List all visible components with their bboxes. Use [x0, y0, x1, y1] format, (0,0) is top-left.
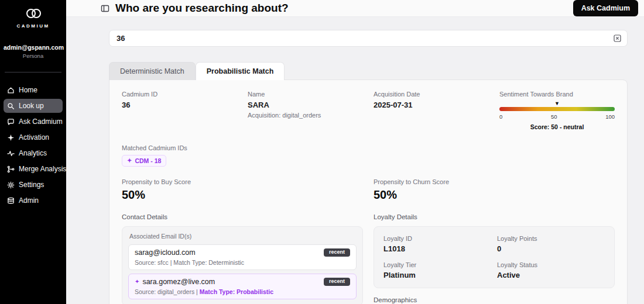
- home-icon: [7, 87, 15, 94]
- emails-card: Associated Email ID(s) sarag@icloud.com …: [122, 226, 363, 304]
- field-label: Propensity to Buy Score: [122, 178, 363, 185]
- field-value: SARA: [248, 101, 363, 109]
- sidebar-toggle-icon[interactable]: [101, 4, 109, 13]
- field-value: 2025-07-31: [374, 101, 489, 109]
- profile-panel: Cadmium ID 36 Name SARA Acquisition: dig…: [109, 80, 628, 304]
- field-label: Name: [248, 91, 363, 98]
- sparkle-icon: [7, 134, 15, 141]
- field-label: Loyalty Status: [497, 261, 605, 268]
- matched-ids-block: Matched Cadmium IDs ✦ CDM - 18: [122, 144, 615, 167]
- field-value: L1018: [383, 244, 491, 253]
- sparkle-icon: ✦: [127, 157, 132, 164]
- profile-summary-row: Cadmium ID 36 Name SARA Acquisition: dig…: [122, 91, 615, 130]
- field-label: Loyalty Points: [497, 235, 605, 242]
- details-row: Contact Details Associated Email ID(s) s…: [122, 213, 615, 304]
- sidebar-item-lookup[interactable]: Look up: [4, 99, 63, 113]
- field-value: Platinum: [383, 271, 491, 279]
- sidebar-item-admin[interactable]: Admin: [4, 194, 63, 208]
- recent-badge: recent: [324, 278, 350, 286]
- demographics-section: Demographics Age 36 Gender F: [374, 296, 615, 304]
- email-address: sara.gomez@live.com: [142, 278, 215, 286]
- scale-min: 0: [499, 113, 502, 120]
- contact-details-title: Contact Details: [122, 213, 363, 220]
- recent-badge: recent: [324, 248, 350, 257]
- propensity-row: Propensity to Buy Score 50% Propensity t…: [122, 178, 615, 202]
- email-row-probabilistic: ✦ sara.gomez@live.com recent Source: dig…: [128, 274, 357, 299]
- sidebar-item-analytics[interactable]: Analytics: [4, 146, 63, 160]
- clear-input-icon[interactable]: [613, 34, 622, 43]
- sidebar-item-label: Settings: [19, 181, 44, 189]
- propensity-buy-field: Propensity to Buy Score 50%: [122, 178, 363, 202]
- field-label: Propensity to Churn Score: [374, 178, 615, 185]
- sidebar-nav: Home Look up Ask Cadmium Activation Anal…: [4, 83, 63, 208]
- loyalty-details-section: Loyalty Details Loyalty ID L1018 Loyalty…: [374, 213, 615, 304]
- matched-ids-label: Matched Cadmium IDs: [122, 144, 615, 151]
- email-source-prefix: Source: digital_orders |: [135, 288, 200, 295]
- loyalty-tier-field: Loyalty Tier Platinum: [383, 261, 491, 279]
- sentiment-label: Sentiment Towards Brand: [499, 91, 615, 98]
- loyalty-id-field: Loyalty ID L1018: [383, 235, 491, 253]
- sidebar-item-label: Admin: [19, 196, 39, 205]
- scale-max: 100: [605, 113, 615, 120]
- sidebar-item-label: Activation: [19, 133, 49, 141]
- field-label: Acquisition Date: [374, 91, 489, 98]
- search-input[interactable]: [109, 30, 628, 47]
- tab-probabilistic-match[interactable]: Probabilistic Match: [196, 62, 285, 80]
- loyalty-status-field: Loyalty Status Active: [497, 261, 605, 279]
- user-role: Persona: [4, 53, 63, 59]
- field-label: Loyalty Tier: [383, 261, 491, 268]
- tab-deterministic-match[interactable]: Deterministic Match: [109, 62, 196, 80]
- acquisition-note: Acquisition: digital_orders: [248, 112, 363, 119]
- sidebar: CADMIUM admin@gspann.com Persona Home Lo…: [0, 0, 66, 304]
- page-header: Who are you researching about? Ask Cadmi…: [66, 0, 644, 17]
- sidebar-item-activation[interactable]: Activation: [4, 130, 63, 144]
- sidebar-item-settings[interactable]: Settings: [4, 178, 63, 192]
- email-source: Source: sfcc | Match Type: Deterministic: [135, 259, 350, 266]
- match-tabs: Deterministic Match Probabilistic Match: [109, 62, 628, 80]
- email-row: sarag@icloud.com recent Source: sfcc | M…: [128, 244, 357, 270]
- demographics-title: Demographics: [374, 296, 615, 303]
- sidebar-item-label: Ask Cadmium: [19, 118, 63, 126]
- sentiment-widget: Sentiment Towards Brand ▼ 0 50 100 Score…: [499, 91, 615, 130]
- content: Deterministic Match Probabilistic Match …: [66, 17, 644, 304]
- chat-icon: [7, 118, 15, 126]
- field-value: 36: [122, 101, 237, 109]
- sidebar-divider: [5, 72, 61, 72]
- sidebar-item-home[interactable]: Home: [4, 83, 63, 97]
- contact-details-section: Contact Details Associated Email ID(s) s…: [122, 213, 363, 304]
- sidebar-item-label: Home: [19, 86, 37, 94]
- matched-id-chip[interactable]: ✦ CDM - 18: [122, 155, 166, 167]
- sentiment-score: Score: 50 - neutral: [499, 123, 615, 130]
- sentiment-scale: 0 50 100: [499, 113, 615, 120]
- pulse-icon: [7, 150, 15, 157]
- sparkle-icon: ✦: [135, 278, 139, 285]
- sidebar-item-ask-cadmium[interactable]: Ask Cadmium: [4, 115, 63, 129]
- search-icon: [7, 102, 15, 110]
- loyalty-points-field: Loyalty Points 0: [497, 235, 605, 253]
- search-bar: [109, 30, 628, 47]
- app-logo: CADMIUM: [4, 7, 63, 29]
- field-value: Active: [497, 271, 605, 279]
- page-title: Who are you researching about?: [115, 2, 567, 15]
- sidebar-item-label: Merge Analysis: [19, 165, 66, 173]
- emails-card-label: Associated Email ID(s): [128, 233, 357, 240]
- loyalty-card: Loyalty ID L1018 Loyalty Points 0 Loyalt…: [374, 226, 615, 288]
- main-area: Who are you researching about? Ask Cadmi…: [66, 0, 644, 304]
- app-logo-text: CADMIUM: [16, 23, 49, 29]
- ask-cadmium-button[interactable]: Ask Cadmium: [573, 0, 638, 16]
- propensity-churn-value: 50%: [374, 188, 615, 202]
- scale-mid: 50: [551, 113, 557, 120]
- sidebar-item-label: Analytics: [19, 149, 47, 157]
- email-match-type: Match Type: Probabilistic: [200, 288, 273, 295]
- loyalty-details-title: Loyalty Details: [374, 213, 615, 220]
- field-label: Loyalty ID: [383, 235, 491, 242]
- acquisition-date-field: Acquisition Date 2025-07-31: [374, 91, 489, 130]
- sidebar-item-merge-analysis[interactable]: Merge Analysis: [4, 162, 63, 176]
- matched-id-chip-label: CDM - 18: [135, 157, 161, 164]
- propensity-buy-value: 50%: [122, 188, 363, 202]
- user-email: admin@gspann.com: [4, 44, 63, 51]
- propensity-churn-field: Propensity to Churn Score 50%: [374, 178, 615, 202]
- email-address: sarag@icloud.com: [135, 248, 196, 257]
- sidebar-item-label: Look up: [19, 102, 44, 110]
- gear-icon: [7, 181, 15, 189]
